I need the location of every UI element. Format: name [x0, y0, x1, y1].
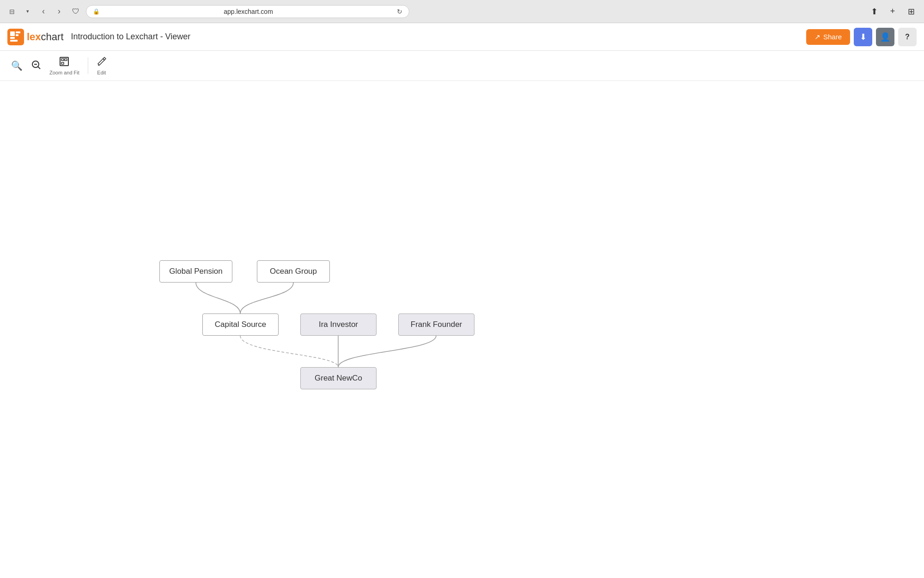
zoom-tool-group: 🔍 Zoom and Fit	[7, 54, 83, 78]
node-ocean-group[interactable]: Ocean Group	[257, 260, 330, 283]
node-frank-founder[interactable]: Frank Founder	[398, 314, 474, 336]
svg-rect-9	[61, 59, 64, 61]
browser-actions: ⬆ + ⊞	[867, 4, 918, 19]
edit-button[interactable]: Edit	[93, 54, 110, 78]
browser-back-button[interactable]: ‹	[37, 5, 50, 18]
toolbar: 🔍 Zoom and Fit	[0, 51, 924, 81]
browser-controls: ⊟ ▾ ‹ ›	[6, 5, 66, 18]
svg-rect-11	[61, 62, 64, 64]
document-title: Introduction to Lexchart - Viewer	[71, 32, 191, 42]
svg-line-7	[38, 67, 40, 69]
url-input[interactable]	[103, 8, 394, 15]
fit-icon	[59, 56, 69, 69]
app-header: lexchart Introduction to Lexchart - View…	[0, 23, 924, 51]
zoom-out-icon	[31, 60, 41, 72]
svg-rect-10	[65, 59, 67, 61]
logo-text: lexchart	[27, 31, 64, 43]
browser-chrome: ⊟ ▾ ‹ › 🛡 🔒 ↻ ⬆ + ⊞	[0, 0, 924, 23]
sidebar-toggle-button[interactable]: ⊟	[6, 5, 18, 18]
node-global-pension[interactable]: Global Pension	[159, 260, 232, 283]
browser-new-tab-button[interactable]: +	[885, 4, 900, 19]
fit-button[interactable]: Zoom and Fit	[46, 54, 83, 78]
browser-forward-button[interactable]: ›	[53, 5, 66, 18]
edit-label: Edit	[97, 70, 106, 75]
zoom-in-button[interactable]: 🔍	[7, 57, 26, 74]
svg-rect-1	[16, 31, 20, 33]
share-button[interactable]: ↗ Share	[806, 29, 850, 45]
svg-rect-2	[16, 34, 18, 36]
svg-rect-0	[10, 31, 15, 36]
zoom-in-icon: 🔍	[11, 60, 23, 71]
lock-icon: 🔒	[93, 8, 100, 15]
diagram-container: Global Pension Ocean Group Capital Sourc…	[0, 81, 924, 578]
svg-rect-4	[10, 40, 18, 42]
svg-rect-3	[10, 37, 15, 39]
url-bar[interactable]: 🔒 ↻	[86, 5, 409, 18]
download-button[interactable]: ⬇	[854, 28, 872, 46]
node-ira-investor[interactable]: Ira Investor	[300, 314, 377, 336]
help-icon: ?	[905, 33, 910, 41]
user-icon: 👤	[880, 32, 890, 42]
browser-share-button[interactable]: ⬆	[867, 4, 881, 19]
fit-label: Zoom and Fit	[49, 70, 79, 75]
user-button[interactable]: 👤	[876, 28, 894, 46]
edit-svg	[97, 56, 107, 67]
zoom-out-svg	[31, 60, 41, 70]
zoom-out-button[interactable]	[27, 57, 45, 75]
browser-grid-button[interactable]: ⊞	[904, 4, 918, 19]
lexchart-logo-svg	[9, 31, 22, 43]
download-icon: ⬇	[860, 32, 867, 42]
toolbar-separator	[88, 57, 88, 74]
logo-icon	[7, 29, 24, 45]
fit-svg	[59, 56, 69, 67]
node-capital-source[interactable]: Capital Source	[202, 314, 279, 336]
shield-icon: 🛡	[72, 7, 79, 16]
canvas-area[interactable]: Global Pension Ocean Group Capital Sourc…	[0, 81, 924, 578]
browser-chevron-down[interactable]: ▾	[21, 5, 34, 18]
share-icon: ↗	[815, 33, 821, 41]
node-great-newco[interactable]: Great NewCo	[300, 367, 377, 389]
help-button[interactable]: ?	[898, 28, 917, 46]
edit-icon	[97, 56, 107, 69]
refresh-button[interactable]: ↻	[397, 8, 402, 15]
logo: lexchart	[7, 29, 64, 45]
header-actions: ↗ Share ⬇ 👤 ?	[806, 28, 917, 46]
